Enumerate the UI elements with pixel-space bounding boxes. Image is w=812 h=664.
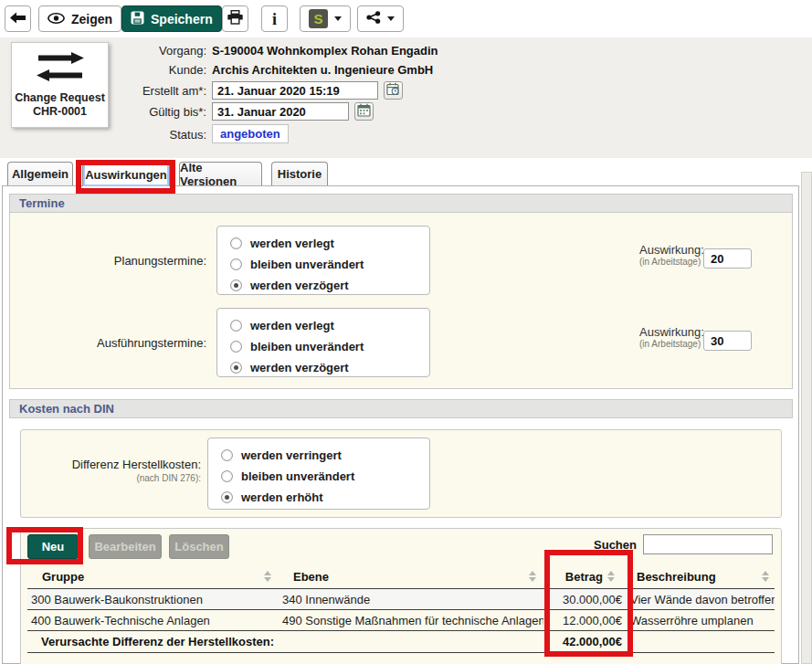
cell-gruppe: 400 Bauwerk-Technische Anlagen — [27, 614, 279, 627]
zeigen-button[interactable]: Zeigen — [38, 5, 121, 32]
back-button[interactable] — [5, 5, 31, 32]
table-row[interactable]: 300 Bauwerk-Baukonstruktionen 340 Innenw… — [27, 589, 775, 610]
tab-historie[interactable]: Historie — [271, 162, 328, 185]
ausfuehrungstermine-radiogroup: werden verlegt bleiben unverändert werde… — [216, 308, 430, 377]
erstellt-am-input[interactable] — [212, 81, 378, 100]
suchen-label: Suchen — [548, 538, 637, 552]
cell-ebene: 340 Innenwände — [279, 593, 543, 606]
auswirkung-label: Auswirkung: (in Arbeitstage) — [639, 243, 704, 267]
radio-label: bleiben unverändert — [250, 258, 364, 271]
tab-allgemein[interactable]: Allgemein — [7, 162, 73, 185]
neu-button[interactable]: Neu — [27, 534, 79, 559]
tab-alte-versionen[interactable]: Alte Versionen — [179, 162, 262, 185]
radio-option[interactable]: werden erhöht — [221, 487, 429, 508]
ausfuehrungstermine-label: Ausführungstermine: — [9, 336, 206, 350]
radio-selected-icon[interactable] — [221, 491, 233, 503]
differenz-radiogroup: werden verringert bleiben unverändert we… — [207, 437, 430, 510]
column-label: Betrag — [565, 570, 603, 584]
radio-icon[interactable] — [230, 237, 242, 249]
column-header-gruppe[interactable]: Gruppe — [27, 570, 279, 584]
radio-icon[interactable] — [230, 258, 242, 270]
sort-icon[interactable] — [762, 571, 769, 582]
radio-option[interactable]: bleiben unverändert — [221, 466, 429, 487]
radio-label: werden verlegt — [250, 237, 334, 250]
radio-option[interactable]: bleiben unverändert — [230, 336, 429, 357]
chevron-down-icon — [387, 16, 395, 21]
search-input[interactable] — [643, 534, 773, 554]
column-label: Ebene — [293, 570, 329, 584]
calendar-clock-icon — [386, 82, 400, 99]
share-dropdown-button[interactable] — [357, 5, 404, 32]
radio-label: bleiben unverändert — [250, 340, 364, 353]
date-picker-button[interactable] — [354, 102, 374, 121]
cell-gruppe: 300 Bauwerk-Baukonstruktionen — [27, 593, 279, 606]
auswirkung-label-text: Auswirkung: — [639, 325, 704, 339]
radio-label: werden verlegt — [250, 319, 334, 332]
loeschen-button[interactable]: Löschen — [169, 534, 229, 559]
radio-option[interactable]: werden verlegt — [230, 315, 429, 336]
kosten-section-header: Kosten nach DIN — [9, 399, 793, 418]
planungstermine-label: Planungstermine: — [9, 254, 206, 268]
tab-auswirkungen[interactable]: Auswirkungen — [82, 162, 170, 186]
table-row[interactable]: 400 Bauwerk-Technische Anlagen 490 Sonst… — [27, 610, 775, 631]
radio-icon[interactable] — [230, 320, 242, 332]
chevron-down-icon — [334, 16, 342, 21]
erstellt-am-label: Erstellt am*: — [9, 84, 206, 98]
ausfuehrung-auswirkung-input[interactable] — [703, 331, 752, 351]
column-header-betrag[interactable]: Betrag — [543, 570, 626, 584]
radio-option[interactable]: bleiben unverändert — [230, 254, 429, 275]
eye-icon — [47, 12, 65, 26]
radio-option[interactable]: werden verringert — [221, 445, 429, 466]
differenz-label: Differenz Herstellkosten: — [4, 458, 201, 471]
radio-option[interactable]: werden verzögert — [230, 357, 429, 378]
radio-icon[interactable] — [221, 470, 233, 482]
datetime-picker-button[interactable] — [384, 81, 403, 100]
planung-auswirkung-input[interactable] — [703, 248, 752, 269]
column-label: Gruppe — [42, 570, 84, 584]
radio-label: werden verringert — [241, 448, 342, 462]
gueltig-bis-label: Gültig bis*: — [9, 105, 206, 119]
vorgang-label: Vorgang: — [9, 44, 206, 58]
sort-icon[interactable] — [607, 571, 615, 582]
footer-label: Verursachte Differenz der Herstellkosten… — [27, 635, 543, 648]
kunde-label: Kunde: — [9, 63, 206, 77]
table-header-row: Gruppe Ebene Betrag Beschreibung — [27, 564, 775, 589]
app-logo-dropdown-button[interactable]: S — [300, 5, 351, 32]
sort-icon[interactable] — [529, 571, 536, 582]
cell-beschreibung: Wasserröhre umplanen — [626, 614, 775, 627]
cell-beschreibung: Vier Wände davon betroffen — [626, 593, 775, 606]
radio-selected-icon[interactable] — [230, 362, 242, 374]
radio-selected-icon[interactable] — [230, 279, 242, 291]
planungstermine-radiogroup: werden verlegt bleiben unverändert werde… — [216, 226, 430, 295]
print-button[interactable] — [222, 5, 248, 32]
info-button[interactable]: i — [261, 5, 288, 32]
vertical-scrollbar[interactable] — [801, 172, 812, 664]
footer-total: 42.000,00€ — [543, 635, 626, 648]
status-badge[interactable]: angeboten — [212, 124, 289, 143]
app-logo-icon: S — [309, 9, 328, 28]
radio-label: werden erhöht — [241, 490, 323, 504]
speichern-button[interactable]: Speichern — [121, 5, 222, 32]
termine-section-header: Termine — [9, 194, 793, 213]
bearbeiten-button[interactable]: Bearbeiten — [89, 534, 162, 559]
back-arrow-icon — [10, 11, 26, 27]
radio-icon[interactable] — [230, 341, 242, 353]
zeigen-label: Zeigen — [71, 12, 112, 26]
sort-icon[interactable] — [264, 571, 271, 582]
column-header-ebene[interactable]: Ebene — [279, 570, 543, 584]
radio-option[interactable]: werden verlegt — [230, 233, 429, 254]
calendar-icon — [357, 103, 371, 120]
printer-icon — [227, 10, 243, 27]
radio-icon[interactable] — [221, 449, 233, 461]
table-footer-row: Verursachte Differenz der Herstellkosten… — [27, 631, 775, 653]
radio-label: werden verzögert — [250, 279, 349, 292]
radio-label: werden verzögert — [250, 361, 349, 374]
gueltig-bis-input[interactable] — [212, 102, 349, 121]
cell-ebene: 490 Sonstige Maßnahmen für technische An… — [279, 614, 543, 627]
radio-label: bleiben unverändert — [241, 469, 354, 483]
cell-betrag: 12.000,00€ — [543, 614, 626, 627]
column-header-beschreibung[interactable]: Beschreibung — [626, 570, 775, 584]
radio-option[interactable]: werden verzögert — [230, 275, 429, 296]
vorgang-value: S-190004 Wohnkomplex Rohan Engadin — [212, 44, 438, 58]
auswirkung-label-text: Auswirkung: — [639, 243, 704, 257]
